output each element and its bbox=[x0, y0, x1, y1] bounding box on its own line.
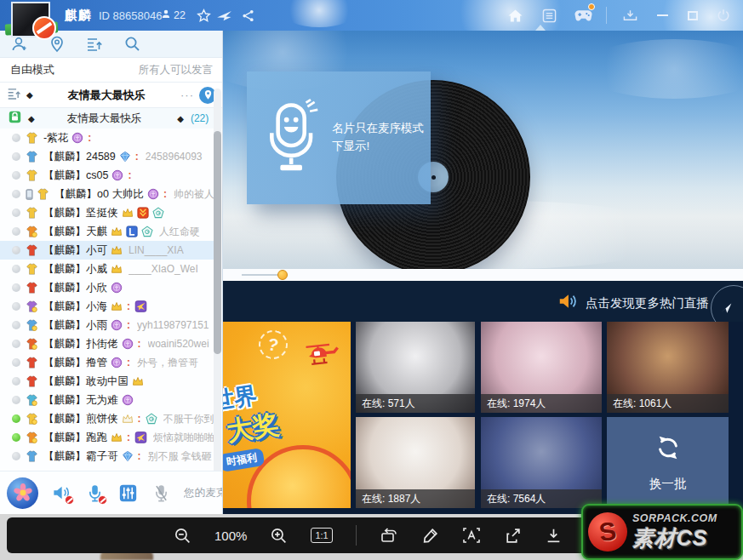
channel-root-row[interactable]: ◆ 友情最大最快乐 ··· bbox=[0, 83, 223, 108]
member-row[interactable]: 【麒麟】小雨:yyh1198797151 bbox=[0, 316, 214, 334]
stream-thumbnail[interactable]: 在线: 571人 bbox=[356, 322, 475, 413]
crown-icon bbox=[132, 376, 144, 386]
download-icon[interactable] bbox=[545, 527, 563, 545]
vip-shield-icon bbox=[122, 394, 134, 406]
promo-banner[interactable]: ? 世界 大奖 时福利 bbox=[223, 322, 351, 508]
colon-decor: : bbox=[137, 413, 142, 425]
member-count-value: 22 bbox=[174, 9, 186, 21]
fly-jet-icon[interactable] bbox=[214, 7, 233, 24]
channel-list-icon[interactable] bbox=[85, 35, 104, 54]
channel-tree-icon bbox=[7, 87, 21, 104]
presence-dot bbox=[12, 171, 20, 180]
colon-decor: : bbox=[126, 357, 131, 369]
member-row[interactable]: 【麒麟】无为难 bbox=[0, 391, 214, 409]
member-name: 【麒麟】小雨 bbox=[43, 318, 107, 333]
colon-decor: : bbox=[126, 300, 131, 312]
member-row[interactable]: 【麒麟】敢动中国 bbox=[0, 372, 214, 391]
stream-thumbnail[interactable]: 在线: 1974人 bbox=[481, 322, 602, 413]
member-row[interactable]: 【麒麟】cs05: bbox=[0, 166, 214, 185]
share-icon[interactable] bbox=[238, 7, 257, 24]
stream-thumbnail[interactable]: 在线: 1887人 bbox=[356, 417, 475, 508]
more-live-label: 点击发现更多热门直播 bbox=[586, 295, 709, 311]
speaker-muted-button[interactable] bbox=[51, 483, 71, 503]
stream-thumbnail[interactable]: 在线: 7564人 bbox=[481, 417, 602, 508]
person-icon bbox=[161, 9, 171, 22]
member-row[interactable]: 【麒麟】扑街佬:woaini520wei bbox=[0, 334, 214, 353]
self-avatar[interactable] bbox=[7, 477, 38, 509]
member-row[interactable]: 【麒麟】小海: bbox=[0, 297, 214, 316]
mic-muted-button[interactable] bbox=[84, 483, 105, 503]
channel-menu-button[interactable]: ··· bbox=[180, 89, 194, 101]
channel-panel: 自由模式 所有人可以发言 ◆ 友情最大最快乐 ··· ◆ 友情最大最快乐 ◆ (… bbox=[0, 31, 223, 514]
app-title: 麒麟 bbox=[65, 8, 92, 24]
member-row[interactable]: 【麒麟】霸子哥:别不服 拿钱砸 bbox=[0, 447, 214, 466]
gem-icon bbox=[119, 151, 131, 163]
edit-pencil-icon[interactable] bbox=[421, 527, 439, 545]
vip-shield-icon bbox=[147, 188, 159, 200]
presence-dot bbox=[12, 302, 20, 311]
plane-badge-icon bbox=[134, 431, 147, 443]
zoom-out-icon[interactable] bbox=[174, 527, 191, 545]
notice-board-button[interactable] bbox=[538, 5, 560, 26]
member-row[interactable]: 【麒麟】坚挺侠 bbox=[0, 203, 214, 222]
shirt-icon bbox=[26, 394, 38, 407]
scrollbar-thumb[interactable] bbox=[214, 131, 221, 354]
member-row[interactable]: 【麒麟】24589:2458964093 bbox=[0, 147, 214, 166]
mixer-button[interactable] bbox=[117, 483, 138, 503]
home-tab-button[interactable] bbox=[504, 5, 526, 26]
actual-size-button[interactable]: 1:1 bbox=[311, 528, 332, 543]
minimize-button[interactable] bbox=[653, 6, 672, 25]
refresh-batch-button[interactable]: 换一批 bbox=[607, 417, 729, 508]
user-avatar[interactable] bbox=[7, 1, 56, 43]
member-name: 【麒麟】敢动中国 bbox=[43, 374, 129, 389]
ocr-text-icon[interactable] bbox=[462, 527, 481, 544]
no-entry-badge-icon bbox=[32, 16, 56, 40]
slider-knob[interactable] bbox=[277, 270, 288, 280]
power-close-button[interactable] bbox=[714, 6, 733, 25]
mic-card-line2: 下显示! bbox=[332, 138, 424, 156]
member-row[interactable]: 【麒麟】小可LIN____XIA bbox=[0, 241, 214, 260]
search-icon[interactable] bbox=[123, 35, 141, 54]
active-tab-pointer bbox=[535, 25, 546, 31]
corner-nav-button[interactable] bbox=[711, 285, 743, 322]
favorite-star-icon[interactable] bbox=[194, 7, 213, 24]
mic-card-line1: 名片只在麦序模式 bbox=[332, 120, 424, 138]
member-row[interactable]: 【麒麟】煎饼侠:不服干你到 bbox=[0, 409, 214, 428]
more-live-link[interactable]: 点击发现更多热门直播 bbox=[557, 291, 709, 315]
maximize-button[interactable] bbox=[683, 6, 702, 25]
minimize-to-tray-button[interactable] bbox=[619, 5, 641, 26]
member-row[interactable]: 【麒麟】小欣 bbox=[0, 278, 214, 297]
presence-dot bbox=[12, 134, 20, 142]
games-button[interactable] bbox=[572, 5, 594, 26]
diamond-decor: ◆ bbox=[26, 90, 33, 100]
mode-row: 自由模式 所有人可以发言 bbox=[0, 58, 223, 83]
share-export-icon[interactable] bbox=[504, 527, 522, 545]
watermark-brand: 素材CS bbox=[632, 524, 717, 552]
member-note: 不服干你到 bbox=[163, 412, 214, 426]
mic-disabled-icon bbox=[151, 483, 171, 503]
sub-channel-row[interactable]: ◆ 友情最大最快乐 ◆ (22) bbox=[0, 108, 223, 129]
mode-selector[interactable]: 自由模式 bbox=[10, 62, 54, 77]
member-row[interactable]: 【麒麟】o0 大帅比:帅的被人砍 bbox=[0, 185, 214, 203]
presence-dot bbox=[12, 396, 20, 404]
colon-decor: : bbox=[137, 450, 142, 462]
shirt-icon bbox=[26, 357, 38, 369]
member-row[interactable]: 【麒麟】撸管:外号，撸管哥 bbox=[0, 353, 214, 372]
stream-thumbnail[interactable]: 在线: 1061人 bbox=[607, 322, 729, 413]
pentagon-badge-icon bbox=[152, 207, 164, 219]
presence-dot bbox=[12, 358, 20, 367]
diamond-decor: ◆ bbox=[28, 114, 35, 123]
member-row[interactable]: 【麒麟】小威____XIaO_WeI bbox=[0, 260, 214, 278]
live-grid: ? 世界 大奖 时福利 在线: 571人在线: 1974人在线: 1061人在线… bbox=[223, 322, 743, 514]
league-l-icon bbox=[126, 226, 138, 237]
pentagon-badge-icon bbox=[146, 413, 157, 425]
member-name: 【麒麟】坚挺侠 bbox=[43, 206, 118, 220]
shirt-icon bbox=[37, 188, 49, 201]
zoom-in-icon[interactable] bbox=[270, 527, 288, 545]
member-row[interactable]: 【麒麟】天麒人红命硬 bbox=[0, 222, 214, 241]
member-row[interactable]: 【麒麟】跑跑:烦恼就啪啪啪 bbox=[0, 428, 214, 447]
member-note: 帅的被人砍 bbox=[174, 187, 214, 202]
member-note: yyh1198797151 bbox=[137, 319, 209, 331]
rotate-icon[interactable] bbox=[380, 527, 398, 544]
member-row[interactable]: -紫花: bbox=[0, 129, 214, 147]
